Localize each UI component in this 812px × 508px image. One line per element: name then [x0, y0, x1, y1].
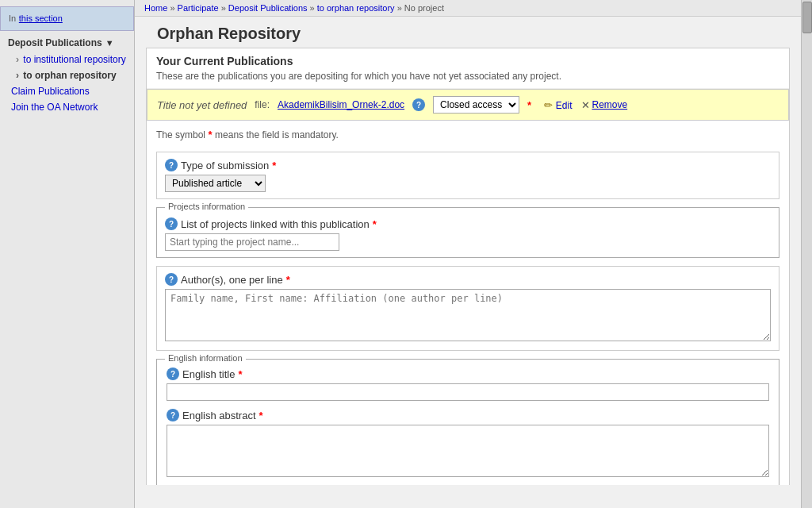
authors-help-icon[interactable]: ? — [165, 273, 178, 286]
english-title-input[interactable] — [167, 383, 769, 401]
sidebar-deposit-label: Deposit Publications — [8, 37, 102, 48]
projects-field-label: List of projects linked with this public… — [181, 218, 370, 230]
file-label: file: — [255, 99, 270, 110]
sidebar-item-label-claim: Claim Publications — [11, 86, 90, 97]
english-title-required: * — [238, 368, 242, 380]
projects-required-star: * — [373, 218, 377, 230]
authors-textarea[interactable] — [165, 289, 771, 341]
projects-input[interactable] — [165, 233, 339, 251]
authors-section: ? Author(s), one per line * — [156, 266, 779, 351]
edit-button[interactable]: Edit — [556, 100, 573, 111]
projects-section-title: Projects information — [165, 202, 248, 211]
sidebar-item-orphan[interactable]: › to orphan repository — [0, 67, 134, 83]
english-info-section: English information ? English title * ? … — [156, 359, 779, 485]
page-title: Orphan Repository — [146, 17, 790, 48]
sidebar-bullet-orphan: › — [16, 70, 19, 81]
access-required-star: * — [527, 99, 531, 111]
sidebar-item-label-inst: to institutional repository — [23, 54, 125, 65]
file-link[interactable]: AkademikBilisim_Ornek-2.doc — [278, 99, 404, 110]
mandatory-text1: The symbol — [156, 129, 205, 140]
english-info-title: English information — [165, 353, 246, 363]
sidebar-item-label-join: Join the OA Network — [11, 102, 98, 113]
sidebar-item-label-orphan: to orphan repository — [23, 70, 116, 81]
type-submission-label: Type of submission — [181, 160, 269, 171]
sidebar: In this section Deposit Publications ▼ ›… — [0, 0, 135, 508]
type-submission-section: ? Type of submission * Published article… — [156, 152, 779, 199]
projects-section: Projects information ? List of projects … — [156, 207, 779, 258]
file-header: Title not yet defined file: AkademikBili… — [147, 89, 789, 121]
sidebar-item-institutional[interactable]: › to institutional repository — [0, 52, 134, 67]
pencil-icon: ✏ — [544, 99, 553, 111]
breadcrumb-deposit[interactable]: Deposit Publications — [228, 3, 308, 13]
authors-label-row: ? Author(s), one per line * — [165, 273, 771, 286]
sidebar-item-claim[interactable]: Claim Publications — [0, 83, 134, 99]
file-title: Title not yet defined — [157, 99, 247, 111]
english-abstract-row: ? English abstract * — [167, 409, 769, 479]
sidebar-item-join[interactable]: Join the OA Network — [0, 99, 134, 115]
projects-field-label-row: ? List of projects linked with this publ… — [165, 217, 771, 230]
remove-button[interactable]: Remove — [592, 99, 627, 110]
breadcrumb-current: No project — [404, 3, 444, 13]
remove-icon: ✕ — [581, 99, 590, 111]
type-required-star: * — [272, 160, 276, 171]
projects-help-icon[interactable]: ? — [165, 217, 178, 230]
authors-required-star: * — [286, 274, 290, 286]
type-submission-label-row: ? Type of submission * — [165, 159, 771, 171]
breadcrumb-participate[interactable]: Participate — [178, 3, 219, 13]
edit-btn-wrapper: ✏ Edit — [544, 99, 572, 111]
english-abstract-required: * — [259, 410, 263, 421]
english-abstract-help-icon[interactable]: ? — [167, 409, 179, 421]
sidebar-section-title: Deposit Publications ▼ — [0, 34, 134, 52]
form-area: Orphan Repository Your Current Publicati… — [135, 17, 801, 485]
scrollbar-thumb[interactable] — [802, 2, 812, 33]
current-pub-desc: These are the publications you are depos… — [156, 71, 779, 82]
english-abstract-label: English abstract — [182, 410, 256, 421]
scrollbar[interactable] — [801, 0, 812, 508]
current-pub-title: Your Current Publications — [156, 55, 779, 67]
mandatory-star: * — [208, 129, 215, 140]
breadcrumb: Home » Participate » Deposit Publication… — [135, 0, 801, 17]
english-title-label: English title — [182, 368, 235, 380]
sidebar-in-label: In — [9, 13, 16, 23]
breadcrumb-orphan[interactable]: to orphan repository — [317, 3, 395, 13]
english-title-label-row: ? English title * — [167, 368, 769, 380]
main-content: Home » Participate » Deposit Publication… — [135, 0, 801, 508]
breadcrumb-home[interactable]: Home — [144, 3, 167, 13]
english-title-help-icon[interactable]: ? — [167, 368, 179, 380]
english-abstract-textarea[interactable] — [167, 425, 769, 477]
mandatory-note: The symbol * means the field is mandator… — [147, 124, 789, 145]
english-abstract-label-row: ? English abstract * — [167, 409, 769, 421]
sidebar-this-section[interactable]: this section — [19, 13, 63, 23]
english-title-row: ? English title * — [167, 368, 769, 401]
remove-btn-wrapper: ✕ Remove — [581, 99, 627, 111]
type-help-icon[interactable]: ? — [165, 159, 178, 171]
sidebar-bullet-inst: › — [16, 54, 19, 65]
access-select[interactable]: Closed access Open access — [433, 96, 519, 114]
sidebar-in-section: In this section — [0, 6, 134, 31]
type-submission-select[interactable]: Published article Preprint Conference pa… — [165, 175, 266, 192]
access-help-icon[interactable]: ? — [412, 98, 425, 111]
authors-label: Author(s), one per line — [181, 274, 283, 286]
mandatory-text2: means the field is mandatory. — [215, 129, 339, 140]
sidebar-arrow-icon: ▼ — [105, 38, 114, 48]
